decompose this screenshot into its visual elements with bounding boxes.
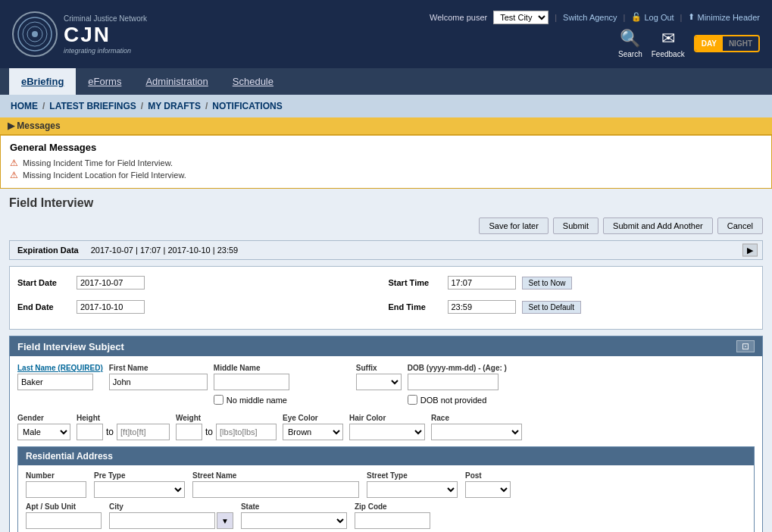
- separator2: |: [624, 13, 626, 22]
- cancel-button[interactable]: Cancel: [717, 217, 763, 234]
- city-with-button: ▼: [109, 512, 233, 529]
- dob-input[interactable]: [408, 374, 499, 390]
- submit-button[interactable]: Submit: [553, 217, 599, 234]
- post-group: Post: [465, 471, 511, 498]
- subject-expand-button[interactable]: ⊡: [736, 340, 755, 352]
- messages-content: General Messages ⚠ Missing Incident Time…: [0, 135, 772, 189]
- address-row2: Apt / Sub Unit City ▼ State: [26, 502, 746, 529]
- search-button[interactable]: 🔍 Search: [618, 29, 642, 58]
- number-input[interactable]: [26, 481, 86, 498]
- dob-not-provided-label: DOB not provided: [420, 396, 486, 405]
- save-later-button[interactable]: Save for later: [479, 217, 548, 234]
- height-input-min[interactable]: [77, 424, 103, 440]
- dob-not-provided-checkbox[interactable]: [408, 395, 417, 405]
- end-time-input[interactable]: [448, 300, 516, 314]
- post-select[interactable]: [465, 481, 511, 498]
- race-select[interactable]: [431, 424, 522, 440]
- height-group: Height to: [77, 414, 170, 440]
- eye-color-label: Eye Color: [283, 414, 343, 422]
- pre-type-select[interactable]: [94, 481, 185, 498]
- breadcrumb-drafts[interactable]: MY DRAFTS: [148, 101, 201, 111]
- form-title: Field Interview: [9, 196, 763, 210]
- height-input-max[interactable]: [117, 424, 170, 440]
- hair-color-group: Hair Color: [349, 414, 425, 440]
- residential-address-body: Number Pre Type Street Name Street: [18, 465, 754, 532]
- state-select[interactable]: [241, 512, 347, 529]
- day-button[interactable]: DAY: [695, 36, 723, 51]
- suffix-select[interactable]: [356, 374, 402, 390]
- subject-section-title: Field Interview Subject: [17, 341, 124, 352]
- end-date-input[interactable]: [77, 300, 145, 314]
- search-icon: 🔍: [620, 29, 640, 49]
- expiration-value: 2017-10-07 | 17:07 | 2017-10-10 | 23:59: [91, 246, 239, 255]
- physical-grid: Gender Male Height to Weight to: [17, 414, 755, 440]
- nav-item-administration[interactable]: Administration: [133, 68, 220, 95]
- gender-group: Gender Male: [17, 414, 70, 440]
- hair-color-select[interactable]: [349, 424, 425, 440]
- header: Criminal Justice Network CJN integrating…: [0, 0, 772, 68]
- weight-input-min[interactable]: [176, 424, 202, 440]
- end-date-label: End Date: [17, 302, 70, 311]
- gender-select[interactable]: Male: [17, 424, 70, 440]
- logo-circle: [12, 11, 58, 57]
- eye-color-group: Eye Color Brown: [283, 414, 343, 440]
- breadcrumb-sep1: /: [42, 101, 45, 111]
- breadcrumb-latest[interactable]: LATEST BRIEFINGS: [49, 101, 136, 111]
- city-group: City ▼: [109, 502, 233, 529]
- nav-item-eforms[interactable]: eForms: [76, 68, 133, 95]
- city-search-button[interactable]: ▼: [217, 512, 233, 529]
- last-name-input[interactable]: [17, 374, 93, 390]
- submit-add-button[interactable]: Submit and Add Another: [603, 217, 713, 234]
- street-type-select[interactable]: [367, 481, 458, 498]
- pre-type-label: Pre Type: [94, 471, 185, 480]
- logo-area: Criminal Justice Network CJN integrating…: [12, 11, 147, 57]
- residential-address-section: Residential Address Number Pre Type: [17, 446, 755, 532]
- apt-input[interactable]: [26, 512, 102, 529]
- minimize-header-link[interactable]: ⬆ Minimize Header: [688, 12, 760, 22]
- start-date-input[interactable]: [77, 276, 145, 289]
- zip-label: Zip Code: [355, 502, 430, 511]
- weight-input-max[interactable]: [216, 424, 277, 440]
- breadcrumb-home[interactable]: HOME: [11, 101, 38, 111]
- street-name-input[interactable]: [192, 481, 359, 498]
- zip-input[interactable]: [355, 512, 430, 529]
- action-bar: Save for later Submit Submit and Add Ano…: [9, 217, 763, 234]
- nav-item-schedule[interactable]: Schedule: [220, 68, 286, 95]
- no-middle-name-checkbox[interactable]: [214, 395, 223, 405]
- eye-color-select[interactable]: Brown: [283, 424, 343, 440]
- expiration-expand-button[interactable]: ▶: [742, 244, 758, 257]
- dob-not-provided-row: DOB not provided: [408, 395, 507, 405]
- residential-address-header: Residential Address: [18, 447, 754, 465]
- night-button[interactable]: NIGHT: [723, 36, 758, 51]
- nav-bar: eBriefing eForms Administration Schedule: [0, 68, 772, 95]
- city-input[interactable]: [109, 512, 215, 529]
- feedback-button[interactable]: ✉ Feedback: [652, 29, 685, 58]
- name-grid: Last Name (REQUIRED) First Name Middle N…: [17, 364, 755, 408]
- breadcrumb-notifications[interactable]: NOTIFICATIONS: [212, 101, 282, 111]
- set-to-default-button[interactable]: Set to Default: [522, 301, 582, 314]
- message-item-2: ⚠ Missing Incident Location for Field In…: [10, 170, 762, 180]
- middle-name-input[interactable]: [214, 374, 289, 390]
- org-name: Criminal Justice Network: [64, 14, 147, 23]
- state-label: State: [241, 502, 347, 511]
- residential-address-title: Residential Address: [26, 451, 113, 462]
- start-time-input[interactable]: [448, 276, 516, 289]
- weight-label: Weight: [176, 414, 277, 422]
- dob-label: DOB (yyyy-mm-dd) - (Age: ): [408, 364, 507, 372]
- expiration-label: Expiration Data: [17, 246, 79, 255]
- svg-point-3: [32, 31, 38, 37]
- apt-label: Apt / Sub Unit: [26, 502, 102, 511]
- switch-agency-link[interactable]: Switch Agency: [563, 13, 617, 22]
- weight-range: to: [176, 424, 277, 440]
- subject-section-header: Field Interview Subject ⊡: [10, 336, 762, 356]
- agency-select[interactable]: Test City: [493, 11, 549, 24]
- breadcrumb-sep2: /: [141, 101, 143, 111]
- first-name-input[interactable]: [109, 374, 208, 390]
- height-label: Height: [77, 414, 170, 422]
- race-group: Race: [431, 414, 522, 440]
- header-right: Welcome puser Test City | Switch Agency …: [430, 11, 760, 58]
- log-out-link[interactable]: 🔓 Log Out: [631, 12, 674, 22]
- set-to-now-button[interactable]: Set to Now: [522, 277, 573, 289]
- feedback-icon: ✉: [661, 29, 675, 49]
- nav-item-ebriefing[interactable]: eBriefing: [9, 68, 76, 95]
